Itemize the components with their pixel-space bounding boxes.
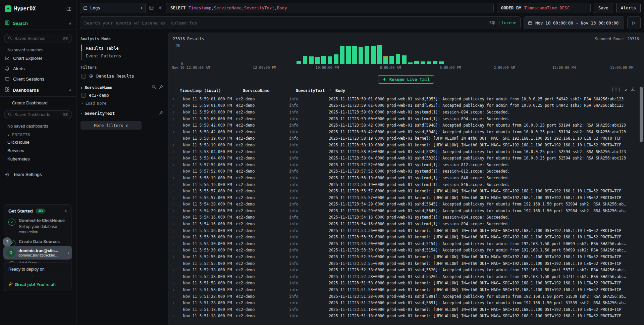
table-row[interactable]: ›Nov 11 5:52:55.000 PMec2-demoinfo2025-1… bbox=[168, 253, 644, 260]
expand-row-icon[interactable]: › bbox=[168, 262, 180, 265]
preset-item[interactable]: Kubernetes bbox=[0, 155, 76, 163]
expand-row-icon[interactable]: › bbox=[168, 308, 180, 311]
expand-row-icon[interactable]: › bbox=[168, 124, 180, 127]
deploy-banner[interactable]: Ready to deploy on bbox=[4, 263, 71, 276]
table-row[interactable]: ›Nov 11 5:53:36.000 PMec2-demoinfo2025-1… bbox=[168, 227, 644, 234]
expand-row-icon[interactable]: › bbox=[168, 104, 180, 107]
table-row[interactable]: ›Nov 11 5:59:01.000 PMec2-demoinfo2025-1… bbox=[168, 102, 644, 109]
expand-row-icon[interactable]: › bbox=[168, 196, 180, 199]
table-row[interactable]: ›Nov 11 5:57:52.000 PMec2-demoinfo2025-1… bbox=[168, 168, 644, 175]
expand-row-icon[interactable]: › bbox=[168, 110, 180, 114]
table-row[interactable]: ›Nov 11 5:59:01.000 PMec2-demoinfo2025-1… bbox=[168, 96, 644, 102]
get-started-item[interactable]: ✓Connect to ClickHouseSet up your databa… bbox=[8, 218, 67, 235]
column-header-timestamp-local-[interactable]: Timestamp (Local) bbox=[180, 88, 236, 93]
help-button[interactable]: ? bbox=[3, 237, 12, 246]
histogram-bar[interactable] bbox=[352, 46, 357, 64]
column-header-body[interactable]: ⋮Body bbox=[329, 88, 644, 93]
table-row[interactable]: ›Nov 11 5:54:29.000 PMec2-demoinfo2025-1… bbox=[168, 201, 644, 208]
histogram-bar[interactable] bbox=[328, 56, 332, 64]
table-row[interactable]: ›Nov 11 5:51:28.000 PMec2-demoinfo2025-1… bbox=[168, 293, 644, 300]
chevron-up-icon[interactable]: ∧ bbox=[64, 209, 67, 213]
expand-row-icon[interactable]: › bbox=[168, 117, 180, 121]
histogram-bar[interactable] bbox=[421, 61, 425, 64]
expand-row-icon[interactable]: › bbox=[168, 183, 180, 186]
chevron-up-icon[interactable]: ∧ bbox=[69, 88, 71, 92]
sidebar-item-chart-explorer[interactable]: Chart Explorer bbox=[0, 53, 76, 63]
table-row[interactable]: ›Nov 11 5:58:19.000 PMec2-demoinfo2025-1… bbox=[168, 135, 644, 142]
language-toggle[interactable]: SQL|Lucene bbox=[489, 20, 516, 25]
facet-checkbox[interactable] bbox=[81, 93, 86, 98]
expand-row-icon[interactable]: › bbox=[168, 97, 180, 101]
more-filters-button[interactable]: More filters ∨ bbox=[80, 121, 142, 130]
pin-icon[interactable] bbox=[159, 85, 163, 90]
saved-searches-input[interactable]: ⌘K bbox=[4, 34, 72, 43]
table-row[interactable]: ›Nov 11 5:53:30.000 PMec2-demoinfo2025-1… bbox=[168, 240, 644, 247]
get-started-header[interactable]: Get Started 3/3 ∧ bbox=[8, 208, 67, 214]
table-row[interactable]: ›Nov 11 5:58:04.000 PMec2-demoinfo2025-1… bbox=[168, 155, 644, 161]
presets-toggle[interactable]: ∨ PRESETS bbox=[0, 129, 76, 138]
sidebar-section-dashboards[interactable]: Dashboards ∧ bbox=[0, 84, 76, 96]
histogram-bar[interactable] bbox=[334, 54, 338, 64]
download-icon[interactable] bbox=[631, 87, 635, 92]
denoise-checkbox[interactable] bbox=[81, 74, 86, 79]
sidebar-section-search[interactable]: Search ∧ bbox=[0, 15, 76, 30]
analysis-mode-event-patterns[interactable]: Event Patterns bbox=[82, 52, 163, 60]
sidebar-item-team-settings[interactable]: Team Settings bbox=[0, 169, 76, 180]
expand-row-icon[interactable]: › bbox=[168, 255, 180, 259]
analysis-mode-results-table[interactable]: Results Table bbox=[82, 44, 163, 52]
event-search-field[interactable] bbox=[84, 20, 486, 26]
expand-row-icon[interactable]: › bbox=[168, 163, 180, 167]
histogram-bar[interactable] bbox=[315, 57, 320, 64]
facet-option[interactable]: ec2-demo bbox=[80, 90, 163, 98]
expand-row-icon[interactable]: › bbox=[168, 235, 180, 239]
column-separator[interactable]: ⋮ bbox=[236, 89, 240, 93]
expand-row-icon[interactable]: › bbox=[168, 209, 180, 213]
table-row[interactable]: ›Nov 11 5:51:18.000 PMec2-demoinfo2025-1… bbox=[168, 313, 644, 320]
table-row[interactable]: ›Nov 11 5:51:18.000 PMec2-demoinfo2025-1… bbox=[168, 306, 644, 313]
table-row[interactable]: ›Nov 11 5:58:42.000 PMec2-demoinfo2025-1… bbox=[168, 129, 644, 135]
table-row[interactable]: ›Nov 11 5:57:52.000 PMec2-demoinfo2025-1… bbox=[168, 161, 644, 168]
expand-row-icon[interactable]: › bbox=[168, 156, 180, 160]
preset-item[interactable]: ClickHouse bbox=[0, 138, 76, 146]
column-header-severitytext[interactable]: ⋮SeverityText bbox=[289, 88, 329, 93]
expand-row-icon[interactable]: › bbox=[168, 216, 180, 219]
table-row[interactable]: ›Nov 11 5:58:04.000 PMec2-demoinfo2025-1… bbox=[168, 148, 644, 155]
histogram-bar[interactable] bbox=[383, 56, 388, 64]
events-histogram[interactable]: 2K 0 bbox=[186, 45, 640, 64]
wrap-lines-icon[interactable] bbox=[623, 87, 627, 92]
table-row[interactable]: ›Nov 11 5:55:57.000 PMec2-demoinfo2025-1… bbox=[168, 188, 644, 194]
expand-row-icon[interactable]: › bbox=[168, 314, 180, 318]
order-by-input[interactable]: ORDER BY TimestampTime DESC bbox=[497, 3, 591, 13]
source-select[interactable]: Logs ▲▼ bbox=[80, 3, 146, 13]
table-row[interactable]: ›Nov 11 5:52:38.000 PMec2-demoinfo2025-1… bbox=[168, 267, 644, 273]
expand-row-icon[interactable]: › bbox=[168, 275, 180, 278]
column-separator[interactable]: ⋮ bbox=[289, 89, 293, 93]
load-more-button[interactable]: › Load more bbox=[80, 98, 163, 106]
table-row[interactable]: ›Nov 11 5:51:58.000 PMec2-demoinfo2025-1… bbox=[168, 286, 644, 293]
create-dashboard-button[interactable]: + Create Dashboard bbox=[0, 97, 76, 106]
chevron-up-icon[interactable]: ∧ bbox=[69, 21, 71, 26]
facet-severitytext[interactable]: › SeverityText bbox=[80, 110, 163, 116]
table-row[interactable]: ›Nov 11 5:58:42.000 PMec2-demoinfo2025-1… bbox=[168, 122, 644, 129]
denoise-results-toggle[interactable]: Denoise Results bbox=[80, 73, 163, 80]
table-row[interactable]: ›Nov 11 5:52:55.000 PMec2-demoinfo2025-1… bbox=[168, 260, 644, 267]
alerts-button[interactable]: Alerts bbox=[616, 3, 641, 13]
sidebar-item-client-sessions[interactable]: Client Sessions bbox=[0, 74, 76, 84]
code-toggle-icon[interactable] bbox=[149, 6, 154, 10]
table-row[interactable]: ›Nov 11 5:52:38.000 PMec2-demoinfo2025-1… bbox=[168, 273, 644, 280]
histogram-bar[interactable] bbox=[346, 46, 351, 64]
expand-row-icon[interactable]: › bbox=[168, 170, 180, 173]
histogram-bar[interactable] bbox=[340, 46, 344, 64]
table-row[interactable]: ›Nov 11 5:51:58.000 PMec2-demoinfo2025-1… bbox=[168, 280, 644, 287]
histogram-bar[interactable] bbox=[439, 61, 444, 64]
query-settings-gear-icon[interactable] bbox=[157, 6, 163, 10]
event-search-box[interactable]: SQL|Lucene bbox=[80, 16, 521, 29]
histogram-bar[interactable] bbox=[396, 54, 400, 64]
histogram-bar[interactable] bbox=[433, 61, 438, 64]
saved-searches-field[interactable] bbox=[14, 36, 60, 41]
pin-icon[interactable] bbox=[159, 110, 163, 116]
vertical-scrollbar[interactable] bbox=[640, 87, 643, 142]
histogram-bar[interactable] bbox=[408, 62, 413, 64]
expand-row-icon[interactable]: › bbox=[168, 222, 180, 226]
saved-dashboards-field[interactable] bbox=[14, 112, 60, 117]
